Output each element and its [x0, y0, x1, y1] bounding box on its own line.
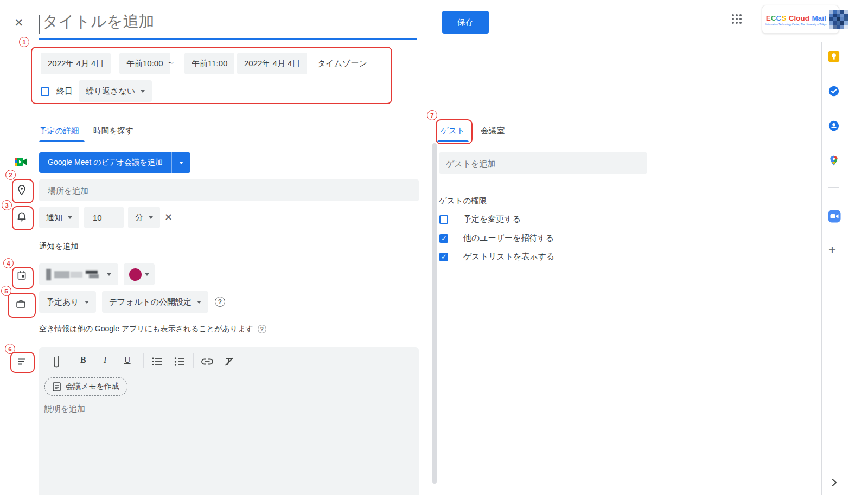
left-tab-active-underline — [39, 140, 85, 142]
help-icon[interactable]: ? — [215, 297, 225, 307]
notification-minutes-input[interactable] — [84, 207, 124, 228]
time-range-separator: ~ — [168, 58, 174, 69]
logo-text-eccs: ECCS — [766, 14, 787, 22]
chevron-down-icon — [85, 301, 89, 304]
google-keep-icon[interactable] — [828, 50, 840, 62]
add-guests-input[interactable] — [439, 152, 647, 174]
close-icon[interactable]: ✕ — [14, 16, 24, 29]
tab-event-details[interactable]: 予定の詳細 — [39, 126, 79, 136]
account-logo-card[interactable]: ECCS Cloud Mail Information Technology C… — [762, 5, 839, 34]
document-icon — [53, 382, 61, 391]
collapse-chevron-icon[interactable] — [829, 478, 839, 487]
insert-link-icon[interactable] — [201, 357, 214, 367]
tab-rooms[interactable]: 会議室 — [481, 126, 505, 136]
underline-button[interactable]: U — [124, 355, 131, 365]
vertical-scrollbar[interactable] — [432, 143, 437, 484]
remove-notification-icon[interactable]: ✕ — [164, 211, 173, 223]
add-notification-link[interactable]: 通知を追加 — [39, 241, 79, 252]
notification-bell-icon — [16, 211, 28, 223]
title-underline — [39, 38, 417, 40]
create-meeting-notes-button[interactable]: 会議メモを作成 — [44, 377, 127, 396]
google-contacts-icon[interactable] — [828, 120, 840, 132]
location-input[interactable] — [39, 179, 419, 201]
chevron-down-icon — [107, 273, 111, 276]
end-time-button[interactable]: 午前11:00 — [184, 53, 234, 74]
tab-guests[interactable]: ゲスト — [441, 126, 465, 136]
timezone-button[interactable]: タイムゾーン — [317, 59, 367, 69]
permission-row: 他のユーザーを招待する — [439, 233, 554, 243]
annotation-4-circle: 4 — [3, 258, 14, 268]
notification-type-value: 通知 — [46, 213, 62, 223]
permission-row: 予定を変更する — [439, 214, 521, 224]
description-placeholder: 説明を追加 — [44, 404, 85, 414]
repeat-dropdown[interactable]: 繰り返さない — [79, 80, 152, 102]
notification-unit-dropdown[interactable]: 分 — [128, 207, 160, 228]
toolbar-separator — [193, 353, 194, 368]
bulleted-list-icon[interactable] — [174, 356, 186, 367]
chevron-down-icon — [149, 216, 153, 219]
description-editor[interactable] — [39, 347, 419, 495]
get-addons-plus-icon[interactable]: + — [828, 243, 836, 256]
attach-icon[interactable] — [52, 353, 61, 369]
busy-status-value: 予定あり — [46, 297, 79, 307]
event-color-swatch — [129, 268, 142, 281]
briefcase-icon — [15, 298, 27, 310]
annotation-2-circle: 2 — [5, 170, 16, 180]
save-button[interactable]: 保存 — [442, 11, 489, 34]
annotation-1-circle: 1 — [19, 37, 29, 47]
busy-status-dropdown[interactable]: 予定あり — [39, 291, 96, 313]
availability-note: 空き情報は他の Google アプリにも表示されることがあります — [39, 324, 253, 334]
allday-checkbox[interactable] — [41, 87, 49, 96]
event-color-dropdown[interactable] — [124, 263, 155, 285]
create-meeting-notes-label: 会議メモを作成 — [66, 382, 119, 391]
start-time-value: 午前10:00 — [126, 59, 163, 69]
location-pin-icon — [16, 184, 28, 196]
event-editor-page: ✕ 保存 ECCS Cloud Mail Information Technol… — [0, 0, 868, 495]
annotation-7-circle: 7 — [427, 110, 437, 120]
start-date-button[interactable]: 2022年 4月 4日 — [41, 53, 111, 74]
google-tasks-icon[interactable] — [828, 85, 840, 97]
logo-text-mail: Mail — [812, 14, 826, 22]
invite-others-checkbox[interactable] — [439, 234, 448, 243]
chevron-down-icon — [68, 216, 72, 219]
bold-button[interactable]: B — [80, 355, 86, 365]
chevron-down-icon — [145, 273, 149, 276]
help-icon[interactable]: ? — [258, 325, 266, 333]
annotation-6-circle: 6 — [5, 344, 15, 354]
title-input[interactable] — [41, 12, 391, 31]
modify-event-checkbox[interactable] — [439, 215, 448, 224]
start-date-value: 2022年 4月 4日 — [48, 59, 104, 69]
logo-subtitle: Information Technology Center, The Unive… — [765, 23, 826, 26]
numbered-list-icon[interactable] — [151, 356, 163, 367]
start-time-button[interactable]: 午前10:00 — [119, 53, 170, 74]
end-time-value: 午前11:00 — [192, 59, 227, 69]
notification-type-dropdown[interactable]: 通知 — [39, 207, 79, 228]
chevron-down-icon — [179, 162, 183, 164]
permission-row: ゲストリストを表示する — [439, 252, 554, 262]
chevron-down-icon — [141, 90, 145, 93]
meet-options-dropdown[interactable] — [172, 152, 190, 173]
visibility-value: デフォルトの公開設定 — [109, 297, 192, 307]
end-date-value: 2022年 4月 4日 — [244, 59, 300, 69]
notification-unit-value: 分 — [135, 213, 143, 223]
google-maps-icon[interactable] — [828, 155, 840, 166]
clear-formatting-icon[interactable] — [224, 356, 234, 367]
annotation-5-circle: 5 — [1, 286, 11, 296]
video-app-icon[interactable] — [828, 210, 841, 223]
left-tabs-divider — [39, 142, 427, 142]
text-caret — [39, 15, 40, 34]
tab-find-time[interactable]: 時間を探す — [93, 126, 133, 136]
see-guest-list-checkbox[interactable] — [439, 253, 448, 261]
italic-button[interactable]: I — [104, 355, 106, 365]
description-icon — [16, 356, 27, 367]
allday-label: 終日 — [56, 86, 73, 97]
permission-label: 予定を変更する — [463, 214, 521, 224]
add-meet-button[interactable]: Google Meet のビデオ会議を追加 — [39, 152, 190, 173]
end-date-button[interactable]: 2022年 4月 4日 — [237, 53, 307, 74]
apps-grid-icon[interactable] — [732, 14, 742, 24]
visibility-dropdown[interactable]: デフォルトの公開設定 — [102, 291, 208, 313]
sidebar-apps-divider — [828, 187, 839, 188]
permission-label: 他のユーザーを招待する — [463, 233, 554, 243]
right-tabs-divider — [439, 142, 647, 142]
calendar-select-dropdown[interactable] — [39, 263, 118, 285]
